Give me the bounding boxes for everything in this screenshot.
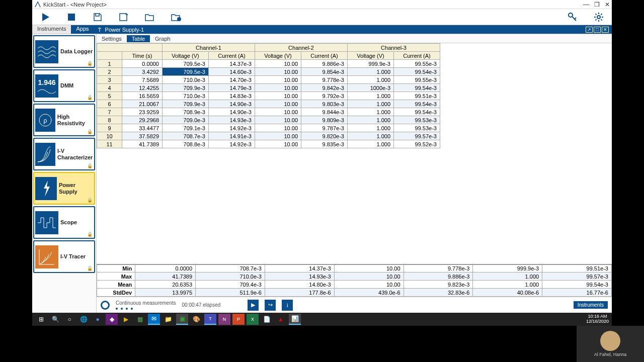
data-cell[interactable]: 1 xyxy=(97,60,122,68)
panel-max-button[interactable]: □ xyxy=(594,27,601,33)
panel-close-button[interactable]: ✕ xyxy=(602,27,609,33)
data-cell[interactable]: 710.0e-3 xyxy=(163,76,209,84)
system-clock[interactable]: 10:16 AM 12/16/2020 xyxy=(586,314,609,324)
data-cell[interactable]: 14.93e-3 xyxy=(209,116,255,124)
data-cell[interactable]: 1.000 xyxy=(348,68,394,76)
vs-icon[interactable]: ◆ xyxy=(106,314,118,325)
cortana-button[interactable]: ○ xyxy=(63,314,75,325)
app-icon-3[interactable]: ▣ xyxy=(176,314,188,325)
data-cell[interactable]: 10.00 xyxy=(255,76,301,84)
data-cell[interactable]: 708.7e-3 xyxy=(163,132,209,140)
data-cell[interactable]: 99.53e-3 xyxy=(394,116,440,124)
data-cell[interactable]: 10.00 xyxy=(255,140,301,148)
app-card-power-supply[interactable]: Power Supply 🔒 xyxy=(33,172,95,205)
run-button[interactable] xyxy=(39,11,51,23)
subtab-graph[interactable]: Graph xyxy=(150,35,176,42)
data-cell[interactable]: 99.54e-3 xyxy=(394,108,440,116)
data-cell[interactable]: 29.2968 xyxy=(122,116,163,124)
data-cell[interactable]: 10.00 xyxy=(255,100,301,108)
data-cell[interactable]: 14.60e-3 xyxy=(209,68,255,76)
open-button[interactable] xyxy=(144,11,156,23)
tab-instruments[interactable]: Instruments xyxy=(32,25,71,34)
data-cell[interactable]: 5 xyxy=(97,92,122,100)
explorer-icon[interactable]: 📁 xyxy=(162,314,174,325)
data-cell[interactable]: 708.9e-3 xyxy=(163,108,209,116)
data-cell[interactable]: 1.000 xyxy=(348,108,394,116)
data-cell[interactable]: 9.778e-3 xyxy=(301,76,348,84)
status-export-button[interactable]: ↪ xyxy=(265,300,276,311)
acrobat-icon[interactable]: ▲ xyxy=(275,314,287,325)
data-cell[interactable]: 9.886e-3 xyxy=(301,60,348,68)
data-cell[interactable]: 23.9259 xyxy=(122,108,163,116)
data-cell[interactable]: 99.53e-3 xyxy=(394,124,440,132)
app-card-data-logger[interactable]: Data Logger 🔒 xyxy=(33,35,95,68)
kickstart-taskbar-icon[interactable]: 📊 xyxy=(289,314,301,325)
data-cell[interactable]: 2 xyxy=(97,68,122,76)
data-cell[interactable]: 14.90e-3 xyxy=(209,100,255,108)
close-button[interactable]: ✕ xyxy=(605,1,610,8)
data-cell[interactable]: 10.00 xyxy=(255,60,301,68)
data-cell[interactable]: 9.803e-3 xyxy=(301,100,348,108)
data-cell[interactable]: 99.54e-3 xyxy=(394,68,440,76)
subtab-settings[interactable]: Settings xyxy=(97,35,127,42)
data-cell[interactable]: 99.54e-3 xyxy=(394,84,440,92)
data-cell[interactable]: 9.809e-3 xyxy=(301,116,348,124)
data-cell[interactable]: 709.1e-3 xyxy=(163,124,209,132)
data-cell[interactable]: 14.83e-3 xyxy=(209,92,255,100)
data-cell[interactable]: 41.7389 xyxy=(122,140,163,148)
start-button[interactable]: ⊞ xyxy=(35,314,47,325)
stop-button[interactable] xyxy=(65,11,77,23)
data-cell[interactable]: 708.8e-3 xyxy=(163,140,209,148)
data-cell[interactable]: 11 xyxy=(97,140,122,148)
data-cell[interactable]: 9.842e-3 xyxy=(301,84,348,92)
app-card-scope[interactable]: Scope 🔒 xyxy=(33,206,95,239)
data-cell[interactable]: 7 xyxy=(97,108,122,116)
data-cell[interactable]: 1.000 xyxy=(348,116,394,124)
data-cell[interactable]: 10.00 xyxy=(255,68,301,76)
app-card-iv-tracer[interactable]: I-V Tracer 🔓 xyxy=(33,240,95,273)
data-cell[interactable]: 1000e-3 xyxy=(348,84,394,92)
data-cell[interactable]: 3 xyxy=(97,76,122,84)
data-cell[interactable]: 14.91e-3 xyxy=(209,132,255,140)
data-cell[interactable]: 99.55e-3 xyxy=(394,60,440,68)
data-cell[interactable]: 999.9e-3 xyxy=(348,60,394,68)
data-cell[interactable]: 14.70e-3 xyxy=(209,76,255,84)
data-cell[interactable]: 14.92e-3 xyxy=(209,140,255,148)
data-cell[interactable]: 10 xyxy=(97,132,122,140)
settings-button[interactable] xyxy=(593,11,605,23)
save-as-button[interactable] xyxy=(118,11,130,23)
data-cell[interactable]: 1.000 xyxy=(348,124,394,132)
status-play-button[interactable]: ▶ xyxy=(248,300,259,311)
status-info-button[interactable]: i xyxy=(282,300,293,311)
data-cell[interactable]: 33.4477 xyxy=(122,124,163,132)
data-cell[interactable]: 1.000 xyxy=(348,92,394,100)
excel-icon[interactable]: X xyxy=(247,314,259,325)
data-cell[interactable]: 6 xyxy=(97,100,122,108)
data-cell[interactable]: 709.9e-3 xyxy=(163,100,209,108)
data-cell[interactable]: 12.4255 xyxy=(122,84,163,92)
app-icon[interactable]: ▶ xyxy=(120,314,132,325)
data-table-wrap[interactable]: Channel-1Channel-2Channel-3 Time (s)Volt… xyxy=(97,43,612,264)
outlook-icon[interactable]: ✉ xyxy=(148,314,160,325)
new-project-button[interactable] xyxy=(170,11,182,23)
data-cell[interactable]: 709.9e-3 xyxy=(163,84,209,92)
save-button[interactable] xyxy=(92,11,104,23)
data-cell[interactable]: 99.52e-3 xyxy=(394,140,440,148)
onenote-icon[interactable]: N xyxy=(218,314,230,325)
data-cell[interactable]: 709.0e-3 xyxy=(163,116,209,124)
data-cell[interactable]: 9.835e-3 xyxy=(301,140,348,148)
data-cell[interactable]: 9.854e-3 xyxy=(301,68,348,76)
data-cell[interactable]: 21.0067 xyxy=(122,100,163,108)
data-cell[interactable]: 0.0000 xyxy=(122,60,163,68)
data-cell[interactable]: 99.51e-3 xyxy=(394,92,440,100)
app-icon-2[interactable]: ▦ xyxy=(134,314,146,325)
data-cell[interactable]: 1.000 xyxy=(348,100,394,108)
data-cell[interactable]: 10.00 xyxy=(255,124,301,132)
data-cell[interactable]: 10.00 xyxy=(255,92,301,100)
chrome-icon[interactable]: ● xyxy=(92,314,104,325)
data-cell[interactable]: 1.000 xyxy=(348,76,394,84)
panel-popout-button[interactable]: ↗ xyxy=(586,27,593,33)
instrument-tab[interactable]: Power Supply-1 ↗ □ ✕ xyxy=(94,25,612,34)
app-card-dmm[interactable]: 1.946 DMM 🔒 xyxy=(33,69,95,102)
app-card-iv-characterizer[interactable]: I-V Characterizer 🔒 xyxy=(33,138,95,170)
